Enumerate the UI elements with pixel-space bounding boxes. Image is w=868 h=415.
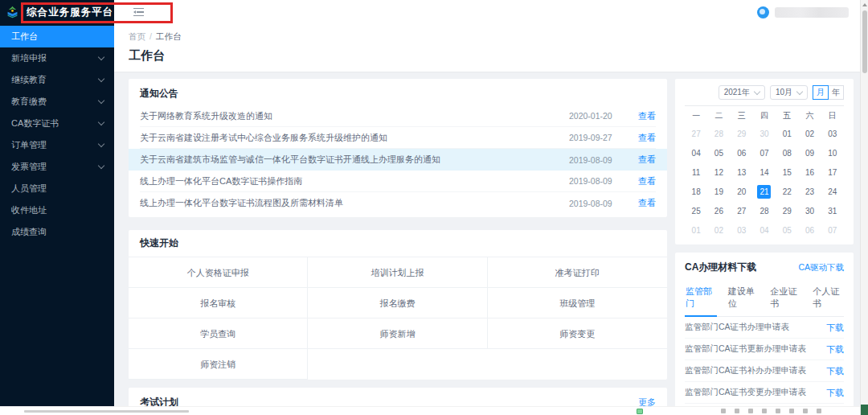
calendar-day[interactable]: 17 <box>821 162 844 182</box>
calendar-mode-month-button[interactable]: 月 <box>813 85 829 100</box>
ca-tab-construction-unit[interactable]: 建设单位 <box>727 282 760 316</box>
cropped-text-line <box>24 410 189 413</box>
calendar-day[interactable]: 23 <box>798 182 821 201</box>
calendar-day[interactable]: 04 <box>753 220 776 240</box>
notice-title[interactable]: 线上办理一体化平台CA数字证书操作指南 <box>140 175 569 187</box>
sidebar-item-ca-certificate[interactable]: CA数字证书 <box>0 113 114 134</box>
chevron-down-icon <box>754 88 760 95</box>
calendar-day[interactable]: 06 <box>731 143 753 162</box>
calendar-day[interactable]: 05 <box>707 143 730 162</box>
calendar-divider <box>685 105 844 106</box>
sidebar-item-label: CA数字证书 <box>11 117 59 129</box>
calendar-day[interactable]: 27 <box>731 201 753 220</box>
sidebar-item-shipping-address[interactable]: 收件地址 <box>0 199 114 221</box>
calendar-day[interactable]: 28 <box>753 201 776 220</box>
sidebar-item-workbench[interactable]: 工作台 <box>0 26 114 47</box>
user-area[interactable] <box>757 6 849 18</box>
quick-start-item[interactable]: 班级管理 <box>488 288 667 318</box>
ca-driver-download-link[interactable]: CA驱动下载 <box>798 262 844 273</box>
notice-view-link[interactable]: 查看 <box>638 175 656 187</box>
calendar-day[interactable]: 19 <box>707 182 730 201</box>
ca-download-link[interactable]: 下载 <box>826 365 844 377</box>
calendar-day[interactable]: 29 <box>731 124 753 143</box>
quick-start-item[interactable]: 培训计划上报 <box>308 257 487 288</box>
quick-start-item[interactable]: 报名审核 <box>129 288 308 318</box>
quick-start-item[interactable]: 师资注销 <box>129 349 308 380</box>
calendar-mode-year-button[interactable]: 年 <box>828 85 844 100</box>
chevron-down-icon <box>98 119 104 125</box>
calendar-day[interactable]: 01 <box>685 220 707 240</box>
calendar-day[interactable]: 26 <box>707 201 730 220</box>
calendar-day[interactable]: 30 <box>753 124 776 143</box>
calendar-day[interactable]: 29 <box>776 201 798 220</box>
calendar-day[interactable]: 03 <box>821 124 844 143</box>
calendar-day[interactable]: 07 <box>821 220 844 240</box>
ca-tab-personal-cert[interactable]: 个人证书 <box>812 282 844 316</box>
calendar-day[interactable]: 30 <box>798 201 821 220</box>
calendar-day[interactable]: 27 <box>685 124 707 143</box>
notice-title[interactable]: 关于云南省建设注册考试中心综合业务服务系统升级维护的通知 <box>140 132 569 144</box>
quick-start-item[interactable]: 学员查询 <box>129 318 308 349</box>
quick-start-item[interactable]: 报名缴费 <box>308 288 487 318</box>
ca-download-link[interactable]: 下载 <box>826 387 844 399</box>
calendar-year-select[interactable]: 2021年 <box>719 85 765 100</box>
calendar-day[interactable]: 18 <box>685 182 707 201</box>
calendar-day[interactable]: 01 <box>776 124 798 143</box>
ca-tab-regulator[interactable]: 监管部门 <box>685 282 717 317</box>
calendar-day[interactable]: 03 <box>731 220 753 240</box>
calendar-weekday: 二 <box>707 108 730 124</box>
sidebar-item-education-payment[interactable]: 教育缴费 <box>0 91 114 113</box>
ca-tab-enterprise-cert[interactable]: 企业证书 <box>770 282 802 316</box>
quick-start-item[interactable]: 个人资格证申报 <box>129 257 308 288</box>
calendar-day[interactable]: 21 <box>753 182 776 201</box>
sidebar-item-invoice-management[interactable]: 发票管理 <box>0 156 114 178</box>
calendar-day[interactable]: 06 <box>798 220 821 240</box>
scrollbar-up-arrow[interactable] <box>862 3 867 6</box>
calendar-day[interactable]: 31 <box>821 201 844 220</box>
calendar-day[interactable]: 24 <box>821 182 844 201</box>
calendar-day[interactable]: 22 <box>776 182 798 201</box>
scrollbar-thumb[interactable] <box>862 10 867 73</box>
quick-start-item[interactable]: 准考证打印 <box>488 257 667 288</box>
calendar-month-select[interactable]: 10月 <box>770 85 808 100</box>
sidebar-item-personnel-management[interactable]: 人员管理 <box>0 178 114 199</box>
ca-download-link[interactable]: 下载 <box>826 322 844 334</box>
scrollbar[interactable] <box>860 0 868 415</box>
notice-title[interactable]: 线上办理一体化平台数字证书流程图及所需材料清单 <box>140 197 569 209</box>
calendar-day[interactable]: 04 <box>685 143 707 162</box>
calendar-day[interactable]: 15 <box>776 162 798 182</box>
calendar-day[interactable]: 16 <box>798 162 821 182</box>
sidebar-item-new-training-declare[interactable]: 新培申报 <box>0 47 114 69</box>
ca-download-link[interactable]: 下载 <box>826 343 844 355</box>
notice-view-link[interactable]: 查看 <box>638 110 656 122</box>
notice-title[interactable]: 关于网络教育系统升级改造的通知 <box>140 110 569 122</box>
calendar-day[interactable]: 08 <box>776 143 798 162</box>
calendar-day[interactable]: 11 <box>685 162 707 182</box>
calendar-day[interactable]: 02 <box>707 220 730 240</box>
avatar[interactable] <box>757 6 769 18</box>
breadcrumb-home[interactable]: 首页 <box>129 31 145 41</box>
notice-view-link[interactable]: 查看 <box>638 132 656 144</box>
calendar-day[interactable]: 05 <box>776 220 798 240</box>
ca-download-row: 监管部门CA证书补办办理申请表 下载 <box>685 360 844 382</box>
calendar-day[interactable]: 25 <box>685 201 707 220</box>
calendar-weekday: 五 <box>776 108 798 124</box>
notice-view-link[interactable]: 查看 <box>638 154 656 166</box>
calendar-day[interactable]: 02 <box>798 124 821 143</box>
notice-view-link[interactable]: 查看 <box>638 197 656 209</box>
calendar-day[interactable]: 09 <box>798 143 821 162</box>
calendar-day[interactable]: 20 <box>731 182 753 201</box>
quick-start-item[interactable]: 师资新增 <box>308 318 487 349</box>
calendar-day[interactable]: 28 <box>707 124 730 143</box>
calendar-day[interactable]: 10 <box>821 143 844 162</box>
calendar-day[interactable]: 12 <box>707 162 730 182</box>
sidebar-item-continuing-education[interactable]: 继续教育 <box>0 69 114 91</box>
sidebar-item-score-query[interactable]: 成绩查询 <box>0 221 114 243</box>
menu-fold-icon[interactable] <box>133 8 144 17</box>
quick-start-item[interactable]: 师资变更 <box>488 318 667 349</box>
calendar-day[interactable]: 07 <box>753 143 776 162</box>
sidebar-item-order-management[interactable]: 订单管理 <box>0 134 114 156</box>
calendar-day[interactable]: 14 <box>753 162 776 182</box>
calendar-day[interactable]: 13 <box>731 162 753 182</box>
notice-title[interactable]: 关于云南省建筑市场监管与诚信一体化平台数字证书开通线上办理服务的通知 <box>140 154 569 166</box>
